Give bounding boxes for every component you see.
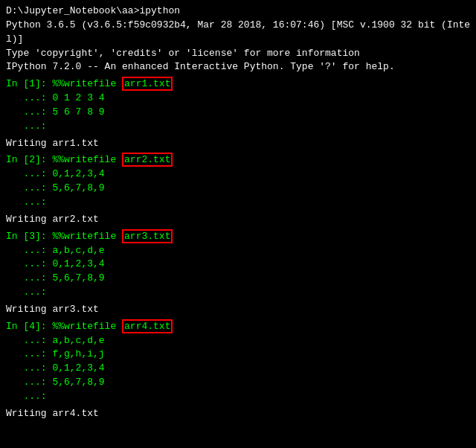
header-line-1: D:\Jupyter_Notebook\aa>ipython [6,4,470,19]
cell-2-line-1: ...: 0,1,2,3,4 [6,167,470,182]
cell-3-line-3: ...: 5,6,7,8,9 [6,272,470,286]
cell-3-line-1: ...: a,b,c,d,e [6,244,470,258]
cell-4-line-3: ...: 0,1,2,3,4 [6,362,470,376]
cell-4-line-4: ...: 5,6,7,8,9 [6,376,470,390]
cell-1-line-3: ...: [6,120,470,134]
cell-4-line-5: ...: [6,390,470,404]
cell-1-filename: arr1.txt [122,77,173,91]
cell-2-line-3: ...: [6,196,470,210]
cell-3-prompt: In [3]: %%writefile arr3.txt [6,230,470,244]
cell-3-line-2: ...: 0,1,2,3,4 [6,257,470,272]
cell-3-line-4: ...: [6,286,470,300]
cell-3-output: Writing arr3.txt [6,303,470,317]
cell-1-prompt: In [1]: %%writefile arr1.txt [6,77,470,92]
terminal-window: D:\Jupyter_Notebook\aa>ipython Python 3.… [0,0,476,426]
header-line-4: Type 'copyright', 'credits' or 'license'… [6,47,470,61]
cell-4-line-2: ...: f,g,h,i,j [6,348,470,362]
header-line-3: l)] [6,33,470,47]
cell-4-filename: arr4.txt [122,319,173,333]
cell-4-prompt: In [4]: %%writefile arr4.txt [6,320,470,334]
header-line-5: IPython 7.2.0 -- An enhanced Interactive… [6,60,470,74]
cell-1-line-2: ...: 5 6 7 8 9 [6,106,470,120]
header-line-2: Python 3.6.5 (v3.6.5:f59c0932b4, Mar 28 … [6,19,470,33]
cell-1-output: Writing arr1.txt [6,137,470,151]
cell-4-line-1: ...: a,b,c,d,e [6,334,470,348]
cell-4-output: Writing arr4.txt [6,407,470,421]
cell-2-line-2: ...: 5,6,7,8,9 [6,182,470,196]
cell-2-prompt: In [2]: %%writefile arr2.txt [6,153,470,167]
cell-2-filename: arr2.txt [122,153,173,167]
cell-2-output: Writing arr2.txt [6,213,470,227]
cell-1-line-1: ...: 0 1 2 3 4 [6,92,470,106]
cell-3-filename: arr3.txt [122,229,173,243]
